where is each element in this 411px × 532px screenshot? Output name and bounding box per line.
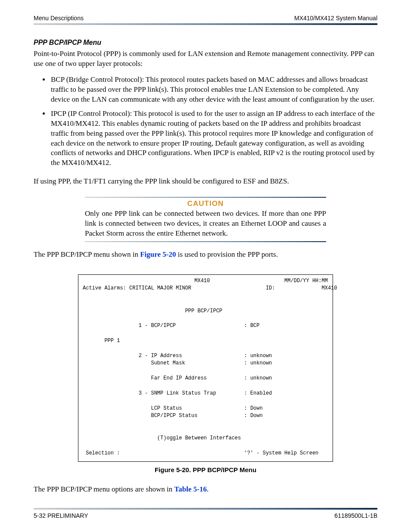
terminal-line: 2 - IP Address : unknown [83, 353, 272, 359]
terminal-title: MX410 [194, 278, 210, 284]
terminal-opt1-label: 1 - BCP/IPCP [139, 323, 176, 329]
terminal-datetime: MM/DD/YY HH:MM [284, 278, 328, 284]
terminal-opt1-value: : BCP [244, 323, 259, 329]
table-link[interactable]: Table 5-16 [174, 485, 207, 493]
list-item: BCP (Bridge Control Protocol): This prot… [50, 75, 377, 105]
terminal-toggle: (T)oggle Between Interfaces [157, 435, 241, 441]
terminal-line: MX410 MM/DD/YY HH:MM [83, 278, 328, 284]
caution-text: Only one PPP link can be connected betwe… [85, 209, 326, 239]
terminal-farend-label: Far End IP Address [139, 375, 207, 381]
terminal-selection-label: Selection : [86, 450, 120, 456]
section-heading: PPP BCP/IPCP Menu [34, 39, 377, 47]
terminal-alarms: Active Alarms: CRITICAL MAJOR MINOR [83, 285, 191, 291]
terminal-ppp-header: PPP 1 [104, 338, 120, 344]
terminal-line: Active Alarms: CRITICAL MAJOR MINOR ID: … [83, 285, 337, 291]
page-footer: 5-32 PRELIMINARY 61189500L1-1B [34, 512, 377, 519]
caution-rule-bottom [85, 241, 326, 242]
terminal-line: Subnet Mask : unknown [83, 360, 272, 366]
terminal-subnet-label: Subnet Mask [139, 360, 185, 366]
terminal-opt3-value: : Enabled [244, 390, 272, 396]
terminal-farend-value: : unknown [244, 375, 272, 381]
bullet-list: BCP (Bridge Control Protocol): This prot… [34, 75, 377, 172]
caution-rule-top [85, 197, 326, 198]
caution-title: CAUTION [85, 199, 326, 208]
terminal-line: LCP Status : Down [83, 405, 263, 411]
terminal-line: Selection : '?' - System Help Screen [83, 450, 318, 456]
terminal-line: PPP 1 [83, 338, 120, 344]
caution-block: CAUTION Only one PPP link can be connect… [85, 197, 326, 242]
terminal-bcpipcp-label: BCP/IPCP Status [139, 413, 198, 419]
terminal-line: Far End IP Address : unknown [83, 375, 272, 381]
terminal-line: 3 - SNMP Link Status Trap : Enabled [83, 390, 272, 396]
figure-link[interactable]: Figure 5-20 [140, 250, 176, 258]
terminal-line: 1 - BCP/IPCP : BCP [83, 323, 260, 329]
after-bullets-paragraph: If using PPP, the T1/FT1 carrying the PP… [34, 177, 377, 187]
terminal-opt2-label: 2 - IP Address [139, 353, 182, 359]
terminal-line: BCP/IPCP Status : Down [83, 413, 263, 419]
ref-after: is used to provision the PPP ports. [176, 250, 277, 258]
terminal-subnet-value: : unknown [244, 360, 272, 366]
terminal-opt2-value: : unknown [244, 353, 272, 359]
ref2-before: The PPP BCP/IPCP menu options are shown … [34, 485, 174, 493]
terminal-id-label: ID: [266, 285, 275, 291]
terminal-line: PPP BCP/IPCP [83, 308, 222, 314]
footer-right: 61189500L1-1B [334, 512, 377, 519]
footer-rule [34, 508, 377, 510]
ref2-after: . [207, 485, 209, 493]
intro-paragraph: Point-to-Point Protocol (PPP) is commonl… [34, 49, 377, 69]
terminal-help-text: '?' - System Help Screen [244, 450, 318, 456]
ref-before: The PPP BCP/IPCP menu shown in [34, 250, 140, 258]
terminal-id-value: MX410 [322, 285, 337, 291]
page-header: Menu Descriptions MX410/MX412 System Man… [34, 15, 377, 23]
header-rule [34, 23, 377, 25]
figure-caption: Figure 5-20. PPP BCP/IPCP Menu [34, 466, 377, 473]
terminal-line: (T)oggle Between Interfaces [83, 435, 241, 441]
header-right: MX410/MX412 System Manual [294, 15, 377, 22]
footer-left: 5-32 PRELIMINARY [34, 512, 88, 519]
list-item: IPCP (IP Control Protocol): This protoco… [50, 109, 377, 168]
terminal-screen-title: PPP BCP/IPCP [185, 308, 222, 314]
terminal-opt3-label: 3 - SNMP Link Status Trap [139, 390, 216, 396]
terminal-bcpipcp-value: : Down [244, 413, 262, 419]
terminal-lcp-label: LCP Status [139, 405, 182, 411]
figure-reference-paragraph: The PPP BCP/IPCP menu shown in Figure 5-… [34, 250, 377, 260]
table-reference-paragraph: The PPP BCP/IPCP menu options are shown … [34, 485, 377, 495]
terminal-screen: MX410 MM/DD/YY HH:MM Active Alarms: CRIT… [78, 274, 333, 462]
header-left: Menu Descriptions [34, 15, 84, 22]
terminal-lcp-value: : Down [244, 405, 262, 411]
